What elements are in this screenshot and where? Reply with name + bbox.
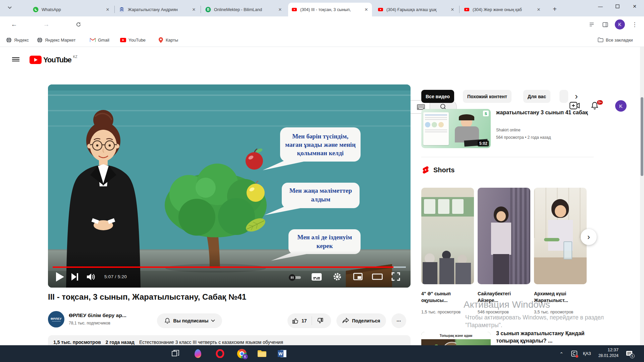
globe-icon [6,37,12,43]
tab-close-icon[interactable]: ✕ [277,7,283,13]
tab-close-icon[interactable]: ✕ [536,7,542,13]
channel-avatar[interactable]: ӨРЛЕУ [48,311,64,327]
short-1-title[interactable]: 4" Ә" сынып оқушысы... [421,290,472,304]
tab-close-icon[interactable]: ✕ [449,7,455,13]
next-button[interactable] [71,273,79,281]
progress-bar[interactable] [53,266,406,268]
back-icon[interactable]: ← [9,19,19,30]
play-button[interactable] [56,272,64,282]
autoplay-toggle[interactable] [288,274,302,281]
tab-onlinemektep[interactable]: B OnlineMektep - BilimLand ✕ [202,3,286,16]
reading-list-icon[interactable] [586,19,597,30]
window-maximize-button[interactable] [610,0,625,13]
share-button[interactable]: Поделиться [336,313,386,328]
youtube-avatar[interactable]: K [615,100,627,112]
browser-profile-avatar[interactable]: K [615,19,625,29]
reload-icon[interactable] [73,19,84,30]
opera-icon[interactable] [214,348,226,360]
channel-name[interactable]: ӨРЛЕУ білім беру ар... [69,312,126,318]
tray-app-icon[interactable] [568,348,580,360]
clock-date[interactable]: 28.01.2024 [594,353,619,358]
bookmark-label: Яндекс Маркет [45,38,75,43]
subtitles-icon[interactable] [312,273,322,281]
tab-close-icon[interactable]: ✕ [105,7,111,13]
subscribed-button[interactable]: Вы подписаны [157,313,222,328]
sidebar-video-thumbnail[interactable]: S 5:02 [421,109,491,148]
shorts-next-button[interactable]: › [581,229,597,245]
youtube-favicon [291,7,297,12]
all-bookmarks-button[interactable]: Все закладки [598,36,633,44]
file-explorer-icon[interactable] [256,348,268,360]
chip-all-videos[interactable]: Все видео [421,90,454,103]
clock-time[interactable]: 12:37 [598,347,619,352]
svg-text:B: B [207,8,209,11]
bookmark-youtube[interactable]: YouTube [120,36,146,44]
theater-mode-icon[interactable] [372,274,383,280]
task-view-icon[interactable] [169,348,181,360]
tab-close-icon[interactable]: ✕ [363,7,369,13]
hamburger-menu-icon[interactable] [12,56,19,62]
sidebar-video-channel[interactable]: Shakirt online [496,127,521,133]
video-player[interactable]: Мен бәрін түсіндім, маған ұнады және мен… [48,84,411,288]
sidebar-video2-title[interactable]: 3 сынып жаратылыстану Қандай топырақ құн… [496,330,590,345]
bookmark-gmail[interactable]: Gmail [90,36,109,44]
short-2-thumbnail[interactable] [478,188,530,284]
youtube-logo-icon [30,56,42,64]
tab-active-video[interactable]: (304) III - тоқсан, 3 сынып, ✕ [288,3,372,16]
tab-garysh[interactable]: (304) Ғарышқа алғаш ұшқ ✕ [374,3,458,16]
language-indicator[interactable]: ҚАЗ [583,351,591,356]
progress-played [53,266,393,268]
chip-for-you[interactable]: Для вас [523,90,550,103]
short-3-thumbnail[interactable] [534,188,587,284]
browser-menu-kebab-icon[interactable]: ⋮ [629,19,640,30]
tab-search-icon[interactable] [7,5,13,11]
sidebar-video-title[interactable]: жаратылыстану 3 сынып 41 сабақ [496,109,590,116]
fullscreen-icon[interactable] [391,272,400,281]
tab-close-icon[interactable]: ✕ [191,7,197,13]
window-close-button[interactable]: ✕ [627,0,642,13]
youtube-logo-text: YouTube [43,56,71,64]
settings-gear-icon[interactable] [333,272,342,281]
thumbnail-logo-badge: S [483,111,489,116]
subscriber-count: 78,1 тыс. подписчиков [69,321,110,325]
chip-related[interactable]: Похожий контент [463,90,512,103]
miniplayer-icon[interactable] [353,273,363,280]
short-3-views: 3,5 тыс. просмотров [534,310,588,314]
more-actions-button[interactable]: ⋯ [391,313,406,328]
scrollbar-thumb[interactable] [641,97,643,176]
chips-next-icon[interactable]: › [575,91,578,102]
tab-separator [201,6,201,13]
youtube-favicon [464,7,470,12]
short-3-title[interactable]: Архимед күші Жаратылыст... [534,290,585,304]
tab-zharatylystanu[interactable]: Жаратылыстану Андриян ✕ [116,3,200,16]
page-scrollbar[interactable] [640,47,644,345]
forward-icon[interactable]: → [41,19,52,30]
bookmark-yandex[interactable]: Яндекс [6,36,29,44]
short-1-thumbnail[interactable] [421,188,474,284]
notification-center-icon[interactable]: 5 [623,348,635,360]
bookmark-maps[interactable]: Карты [158,36,178,44]
tab-whatsapp[interactable]: WhatsApp ✕ [30,3,113,16]
paint3d-icon[interactable] [192,348,204,360]
chrome-icon[interactable]: K [236,348,248,360]
video-title: III - тоқсан, 3 сынып, Жаратылыстану, Са… [48,292,410,302]
dislike-button[interactable] [312,317,328,324]
tab-title: (304) Ғарышқа алғаш ұшқ [386,7,447,12]
create-video-icon[interactable] [570,102,580,109]
tray-expand-icon[interactable]: ⌃ [559,351,564,357]
new-tab-button[interactable]: + [553,5,557,13]
like-button[interactable]: 17 [287,317,312,324]
side-panel-icon[interactable] [600,19,610,30]
tab-zher[interactable]: (304) Жер және оның қаб ✕ [461,3,544,16]
bookmark-yandex-market[interactable]: Яндекс Маркет [37,36,75,44]
short-2-title[interactable]: Сайлаубектегі Айзере... [478,290,529,304]
duration-badge: 5:02 [478,140,489,146]
youtube-logo[interactable]: YouTube KZ [30,56,77,64]
word-icon[interactable]: W [276,348,288,360]
volume-icon[interactable] [87,273,96,281]
maps-pin-icon [158,37,163,43]
bookmark-label: YouTube [128,38,146,43]
thumbnail-presenter-hair [459,114,474,120]
chip-partial[interactable] [559,90,568,103]
window-minimize-button[interactable]: — [593,0,608,13]
